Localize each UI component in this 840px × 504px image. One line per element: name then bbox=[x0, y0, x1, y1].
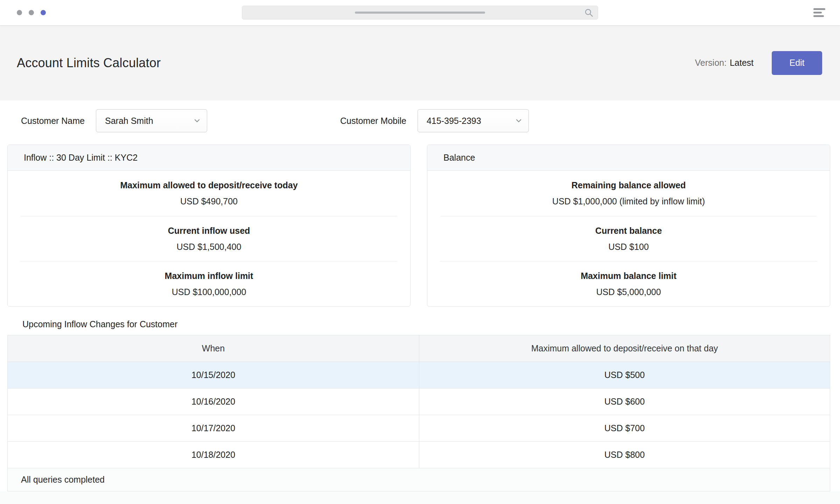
stat-value: USD $100 bbox=[608, 242, 649, 252]
stat-label: Remaining balance allowed bbox=[572, 180, 686, 190]
version-label: Version: bbox=[695, 58, 727, 68]
search-placeholder-line bbox=[355, 12, 485, 14]
cell-amount: USD $800 bbox=[419, 441, 830, 468]
customer-mobile-label: Customer Mobile bbox=[340, 116, 406, 126]
cards-row: Inflow :: 30 Day Limit :: KYC2 Maximum a… bbox=[7, 145, 830, 307]
table-header-row: When Maximum allowed to deposit/receive … bbox=[8, 335, 830, 362]
stat-current-inflow-used: Current inflow used USD $1,500,400 bbox=[21, 216, 397, 261]
window-dot-1 bbox=[17, 10, 22, 15]
header-actions: Version:Latest Edit bbox=[695, 51, 822, 75]
search-input[interactable] bbox=[242, 6, 598, 20]
version-value: Latest bbox=[730, 58, 754, 68]
cell-amount: USD $600 bbox=[419, 388, 830, 415]
app-header: Account Limits Calculator Version:Latest… bbox=[0, 25, 840, 100]
balance-card-title: Balance bbox=[427, 145, 830, 171]
inflow-card-body: Maximum allowed to deposit/receive today… bbox=[8, 171, 410, 306]
cell-when: 10/17/2020 bbox=[8, 415, 419, 441]
inflow-card-title: Inflow :: 30 Day Limit :: KYC2 bbox=[8, 145, 410, 171]
version-text: Version:Latest bbox=[695, 58, 754, 68]
table-row: 10/18/2020 USD $800 bbox=[8, 441, 830, 468]
cell-amount: USD $500 bbox=[419, 362, 830, 388]
stat-value: USD $100,000,000 bbox=[172, 287, 246, 297]
customer-name-select[interactable]: Sarah Smith bbox=[96, 109, 207, 132]
column-header-amount: Maximum allowed to deposit/receive on th… bbox=[419, 335, 830, 362]
stat-max-deposit-today: Maximum allowed to deposit/receive today… bbox=[21, 171, 397, 216]
stat-value: USD $1,500,400 bbox=[177, 242, 241, 252]
menu-icon[interactable] bbox=[813, 8, 825, 17]
window-dot-2 bbox=[29, 10, 34, 15]
cell-when: 10/15/2020 bbox=[8, 362, 419, 388]
upcoming-changes-table: When Maximum allowed to deposit/receive … bbox=[7, 335, 830, 491]
customer-name-value: Sarah Smith bbox=[105, 116, 153, 126]
inflow-limit-card: Inflow :: 30 Day Limit :: KYC2 Maximum a… bbox=[7, 145, 411, 307]
customer-mobile-select[interactable]: 415-395-2393 bbox=[418, 109, 529, 132]
customer-name-label: Customer Name bbox=[21, 116, 85, 126]
page-title: Account Limits Calculator bbox=[17, 56, 161, 70]
stat-value: USD $1,000,000 (limited by inflow limit) bbox=[552, 196, 705, 206]
stat-current-balance: Current balance USD $100 bbox=[440, 216, 817, 261]
stat-remaining-balance: Remaining balance allowed USD $1,000,000… bbox=[440, 171, 817, 216]
customer-mobile-value: 415-395-2393 bbox=[427, 116, 481, 126]
stat-value: USD $490,700 bbox=[180, 196, 238, 206]
stat-max-balance-limit: Maximum balance limit USD $5,000,000 bbox=[440, 261, 817, 306]
stat-label: Maximum allowed to deposit/receive today bbox=[120, 180, 298, 190]
stat-label: Maximum balance limit bbox=[581, 271, 677, 281]
stat-label: Maximum inflow limit bbox=[165, 271, 253, 281]
chevron-down-icon bbox=[193, 117, 201, 125]
stat-max-inflow-limit: Maximum inflow limit USD $100,000,000 bbox=[21, 261, 397, 306]
balance-card-body: Remaining balance allowed USD $1,000,000… bbox=[427, 171, 830, 306]
browser-topbar bbox=[0, 0, 840, 25]
upcoming-changes-title: Upcoming Inflow Changes for Customer bbox=[22, 319, 840, 329]
edit-button[interactable]: Edit bbox=[772, 51, 822, 75]
table-row: 10/17/2020 USD $700 bbox=[8, 415, 830, 441]
chevron-down-icon bbox=[514, 117, 523, 125]
stat-value: USD $5,000,000 bbox=[596, 287, 661, 297]
cell-amount: USD $700 bbox=[419, 415, 830, 441]
filter-row: Customer Name Sarah Smith Customer Mobil… bbox=[21, 109, 840, 132]
main-content: Customer Name Sarah Smith Customer Mobil… bbox=[0, 100, 840, 491]
table-row: 10/15/2020 USD $500 bbox=[8, 362, 830, 388]
balance-card: Balance Remaining balance allowed USD $1… bbox=[427, 145, 830, 307]
table-row: 10/16/2020 USD $600 bbox=[8, 388, 830, 415]
window-dot-3 bbox=[41, 10, 46, 15]
column-header-when: When bbox=[8, 335, 419, 362]
cell-when: 10/16/2020 bbox=[8, 388, 419, 415]
table-status-footer: All queries completed bbox=[8, 468, 830, 491]
stat-label: Current inflow used bbox=[168, 226, 250, 236]
stat-label: Current balance bbox=[595, 226, 662, 236]
window-dots bbox=[17, 10, 46, 15]
search-icon bbox=[584, 8, 594, 18]
cell-when: 10/18/2020 bbox=[8, 441, 419, 468]
